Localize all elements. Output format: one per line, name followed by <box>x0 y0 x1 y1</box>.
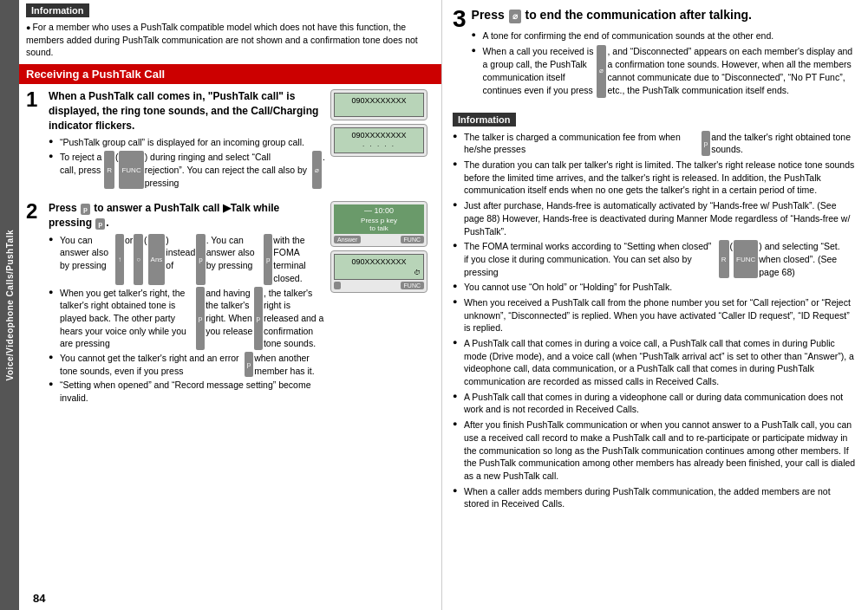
info-bullet-6: When you received a PushTalk call from t… <box>453 296 858 334</box>
step-2-bullet-4: “Setting when opened” and “Record messag… <box>49 379 325 404</box>
info-bullet-3: Just after purchase, Hands-free is autom… <box>453 199 858 237</box>
info-bullet-10: When a caller adds members during PushTa… <box>453 485 858 510</box>
info-box-left: Information For a member who uses a Push… <box>19 0 441 64</box>
step-3-number: 3 <box>453 7 467 31</box>
section-header: Receiving a PushTalk Call <box>19 64 441 84</box>
step-1-number: 1 <box>26 89 43 191</box>
info-bullet-2: The duration you can talk per talker's r… <box>453 159 858 197</box>
sidebar-label: Voice/Videophone Calls/PushTalk <box>0 0 19 610</box>
info-bullet-1: The talker is charged a communication fe… <box>453 131 858 156</box>
info-box-right: Information The talker is charged a comm… <box>453 113 858 513</box>
step-2-bullet-2: When you get talker's right, the talker'… <box>49 287 325 350</box>
phone-mockup-2: 090XXXXXXXX · · · · · <box>330 124 427 157</box>
step-2-title: Press p to answer a PushTalk call ▶Talk … <box>49 201 325 230</box>
step-2-images: — 10:00 Press p keyto talk Answer FUNC <box>330 201 434 406</box>
phone-mockup-4: 090XXXXXXXX ⏱ FUNC <box>330 250 427 293</box>
step-3-title: Press ⌀ to end the communication after t… <box>472 7 858 24</box>
info-bullet-4: The FOMA terminal works according to “Se… <box>453 240 858 278</box>
info-header-right: Information <box>453 113 516 127</box>
page-number: 84 <box>26 588 52 608</box>
step-1-title: When a PushTalk call comes in, "PushTalk… <box>49 89 325 133</box>
page-number-area: 84 <box>19 587 441 610</box>
sidebar-label-text: Voice/Videophone Calls/PushTalk <box>5 230 15 380</box>
step-1-bullet-1: “PushTalk group call” is displayed for a… <box>49 136 325 149</box>
step-3-title-block: Press ⌀ to end the communication after t… <box>472 7 858 101</box>
phone-mockup-3: — 10:00 Press p keyto talk Answer FUNC <box>330 201 427 247</box>
step-1-content: When a PushTalk call comes in, "PushTalk… <box>49 89 434 191</box>
phone-mockup-1: 090XXXXXXXX <box>330 89 427 120</box>
step-1-bullet-2: To reject a call, press R(FUNC) during r… <box>49 151 325 189</box>
step-3-header: 3 Press ⌀ to end the communication after… <box>453 7 858 101</box>
step-2-content: Press p to answer a PushTalk call ▶Talk … <box>49 201 434 406</box>
step-2-number: 2 <box>26 201 43 406</box>
step-2-body: You can answer also by pressing ↑ or ○(A… <box>49 234 325 405</box>
step-2-text: Press p to answer a PushTalk call ▶Talk … <box>49 201 325 406</box>
info-bullet-5: You cannot use “On hold” or “Holding” fo… <box>453 281 858 294</box>
info-bullet-7: A PushTalk call that comes in during a v… <box>453 337 858 388</box>
left-panel: Voice/Videophone Calls/PushTalk Informat… <box>0 0 442 610</box>
right-panel: 3 Press ⌀ to end the communication after… <box>442 0 868 610</box>
phone-screen-1: 090XXXXXXXX <box>334 93 424 117</box>
step-1-text: When a PushTalk call comes in, "PushTalk… <box>49 89 325 191</box>
info-text-left: For a member who uses a PushTalk compati… <box>26 21 434 59</box>
phone-screen-3: — 10:00 Press p keyto talk <box>334 204 424 234</box>
step-3-bullet-1: A tone for confirming the end of communi… <box>472 29 858 42</box>
step-1-body: “PushTalk group call” is displayed for a… <box>49 136 325 189</box>
phone-screen-2: 090XXXXXXXX · · · · · <box>334 127 424 153</box>
step-1: 1 When a PushTalk call comes in, "PushTa… <box>19 84 441 196</box>
info-bullet-8: A PushTalk call that comes in during a v… <box>453 391 858 416</box>
step-2: 2 Press p to answer a PushTalk call ▶Tal… <box>19 196 441 412</box>
step-1-images: 090XXXXXXXX 090XXXXXXXX · · · · · <box>330 89 434 191</box>
left-content: Information For a member who uses a Push… <box>19 0 441 610</box>
step-2-bullet-3: You cannot get the talker's right and an… <box>49 352 325 377</box>
info-bullet-9: After you finish PushTalk communication … <box>453 419 858 482</box>
section-title: Receiving a PushTalk Call <box>26 68 165 81</box>
step-3-bullet-2: When a call you received is a group call… <box>472 45 858 98</box>
info-header-left: Information <box>26 3 89 17</box>
step-2-bullet-1: You can answer also by pressing ↑ or ○(A… <box>49 234 325 285</box>
phone-screen-4: 090XXXXXXXX ⏱ <box>334 254 424 280</box>
step-3-content: A tone for confirming the end of communi… <box>472 29 858 98</box>
